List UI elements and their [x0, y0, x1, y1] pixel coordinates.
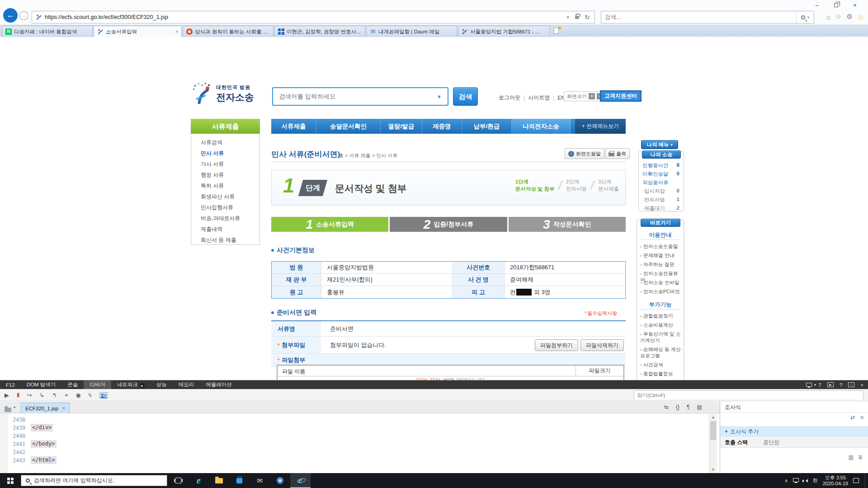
taskbar-clock[interactable]: 오후 3:55 2020-04-19: [823, 475, 848, 487]
site-search-button[interactable]: 검색: [453, 87, 478, 106]
panel-grid-icon[interactable]: ▥: [849, 454, 854, 460]
ime-indicator[interactable]: 한: [813, 477, 818, 484]
devtools-find-input[interactable]: [634, 391, 863, 399]
just-my-code-icon[interactable]: [99, 392, 108, 399]
search-icon[interactable]: [801, 15, 805, 19]
home-icon[interactable]: ⌂: [826, 13, 830, 21]
address-bar[interactable]: https://ecfs.scourt.go.kr/ecf/ecf300/ECF…: [32, 11, 595, 23]
link-cost-calc[interactable]: 소송비용계산: [640, 322, 683, 328]
devtools-tab-debugger[interactable]: 디버거: [84, 380, 111, 389]
devtools-tab-emulation[interactable]: 에뮬레이션: [200, 380, 238, 389]
link-case-search[interactable]: 사건검색: [640, 361, 683, 368]
minimize-button[interactable]: –: [807, 1, 826, 9]
screen-help-button[interactable]: i 화면도움말: [565, 148, 604, 159]
target-selector[interactable]: ▼ 7: [806, 382, 821, 388]
site-logo[interactable]: 대한민국 법원 전자소송: [193, 82, 254, 104]
forward-button[interactable]: →: [19, 11, 28, 20]
sidebar-item-civil[interactable]: 민사 서류: [191, 148, 259, 159]
break-on-new-worker-icon[interactable]: ⌖: [65, 392, 68, 399]
devtools-tab-performance[interactable]: 성능: [151, 380, 173, 389]
link-pc-version[interactable]: 전자소송PC버전: [640, 288, 683, 295]
run-script-icon[interactable]: ▶: [827, 382, 834, 387]
show-desktop-button[interactable]: [865, 473, 865, 488]
sidebar-item-patent[interactable]: 특허 서류: [191, 180, 259, 191]
source-list-icon[interactable]: ▤: [697, 404, 702, 410]
stat-drafts[interactable]: 작성중서류: [642, 179, 679, 188]
task-view-button[interactable]: [168, 473, 189, 488]
nav-certificates[interactable]: 제증명: [422, 119, 462, 134]
site-search-box[interactable]: ▼: [272, 87, 448, 106]
step-into-icon[interactable]: ↪: [27, 392, 32, 399]
tab-daum-cafe[interactable]: N 다음카페 : 네이버 통합검색: [2, 26, 93, 37]
action-center-icon[interactable]: [853, 478, 859, 483]
help-icon[interactable]: ?: [840, 382, 842, 388]
browser-search-input[interactable]: [601, 14, 796, 20]
link-faq[interactable]: 자주하는 질문: [640, 261, 683, 267]
stat-pending-submit[interactable]: ·제출대기2: [642, 205, 679, 214]
tab-active-filing[interactable]: 소송서류입력 ×: [94, 26, 182, 37]
taskbar-ie-active[interactable]: e: [290, 473, 311, 488]
site-search-input[interactable]: [273, 93, 437, 100]
watch-refresh-icon[interactable]: ⇄: [850, 414, 855, 421]
devtools-find-box[interactable]: [634, 390, 863, 399]
link-troubleshoot[interactable]: 문제해결 안내: [640, 252, 683, 258]
nav-my-litigation[interactable]: 나의전자소송: [512, 119, 571, 134]
sidebar-item-admin[interactable]: 행정 서류: [191, 169, 259, 180]
devtools-tab-dom[interactable]: DOM 탐색기: [21, 380, 62, 389]
restore-button[interactable]: [826, 1, 845, 9]
tab-case[interactable]: 서울중앙지법 가합588671 - ...: [458, 26, 550, 37]
link-legal-info[interactable]: 종합법률정보: [640, 371, 683, 377]
settings-gear-icon[interactable]: ⚙: [846, 13, 852, 21]
refresh-icon[interactable]: ↻: [585, 14, 590, 21]
taskbar-edge[interactable]: e: [189, 473, 209, 488]
taskbar-app[interactable]: [270, 473, 290, 488]
favorites-star-icon[interactable]: ☆: [835, 13, 841, 21]
sidebar-item-civil-exec[interactable]: 민사집행서류: [191, 202, 259, 213]
sidebar-item-reply[interactable]: 회신서 등 제출: [191, 235, 259, 245]
chevron-down-icon[interactable]: ▾: [14, 405, 15, 409]
continue-icon[interactable]: ▶: [5, 392, 9, 399]
logout-link[interactable]: 로그아웃: [499, 94, 520, 102]
step-over-icon[interactable]: ↳: [39, 392, 44, 399]
tab-lawyers[interactable]: 이현곤, 김정학, 권창영 변호사...: [274, 26, 365, 37]
step-out-icon[interactable]: ↰: [52, 392, 57, 399]
sidebar-item-family[interactable]: 가사 서류: [191, 159, 259, 169]
tab-close-icon[interactable]: ×: [175, 29, 178, 34]
nav-view-issue[interactable]: 열람/발급: [381, 119, 422, 134]
taskbar-search[interactable]: 검색하려면 여기에 입력하십시오.: [21, 475, 167, 486]
devtools-tab-console[interactable]: 콘솔: [61, 380, 84, 389]
wizard-tab-input[interactable]: 1 소송서류입력: [271, 217, 388, 232]
exceptions-icon[interactable]: ϟ: [89, 392, 92, 399]
browser-search[interactable]: ▾: [601, 11, 814, 23]
stat-e-signature[interactable]: ·전자서명1: [642, 197, 679, 205]
source-file-tab[interactable]: ECF320_1.jsp ×: [21, 403, 70, 413]
sidebar-item-history[interactable]: 제출내역: [191, 224, 259, 235]
url-dropdown-icon[interactable]: ▼: [566, 15, 570, 19]
break-all-icon[interactable]: ◉: [75, 392, 80, 399]
attach-file-button[interactable]: 파일첨부하기: [535, 339, 578, 351]
new-tab-button[interactable]: ✱: [552, 27, 561, 35]
wizard-tab-confirm[interactable]: 3 작성문서확인: [509, 217, 626, 232]
folder-icon[interactable]: [5, 408, 11, 412]
sidebar-item-doc-search[interactable]: 서류검색: [191, 137, 259, 148]
break-icon[interactable]: Ⅱ: [17, 392, 19, 399]
volume-icon[interactable]: [804, 479, 808, 483]
scroll-down-icon[interactable]: ▼: [709, 468, 717, 472]
sidebar-item-non-contentious[interactable]: 비송,과태료서류: [191, 213, 259, 224]
stat-unread-service[interactable]: 미확인송달0: [642, 171, 679, 179]
nav-document-submit[interactable]: 서류제출: [271, 119, 316, 134]
link-property-calc[interactable]: 부동산가액 및 소가계산기: [640, 331, 683, 343]
wizard-tab-evidence[interactable]: 2 입증/첨부서류: [390, 217, 507, 232]
stat-temp-saved[interactable]: ·임시저장0: [642, 188, 679, 197]
network-icon[interactable]: [793, 478, 799, 482]
panel-lines-icon[interactable]: ≣: [858, 454, 863, 460]
code-scrollbar[interactable]: ▲ ▼: [709, 414, 717, 473]
nav-service-check[interactable]: 송달문서확인: [316, 119, 381, 134]
support-center-button[interactable]: 고객지원센터: [600, 90, 642, 102]
search-dropdown-icon[interactable]: ▾: [807, 15, 809, 19]
call-stack-tab[interactable]: 호출 스택: [725, 437, 748, 448]
scrollbar-thumb[interactable]: [710, 421, 716, 440]
link-find-court[interactable]: 관할법원찾기: [640, 313, 683, 319]
format-braces-icon[interactable]: {}: [676, 404, 679, 410]
sitemap-link[interactable]: 사이트맵: [528, 94, 550, 102]
